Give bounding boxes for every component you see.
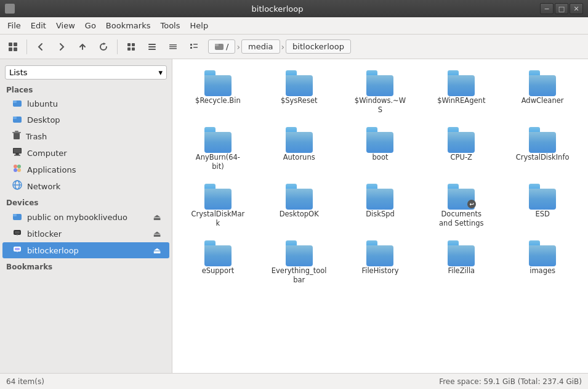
loc-root[interactable]: / <box>208 39 235 54</box>
sidebar-item-applications-label: Applications <box>27 165 76 174</box>
maximize-button[interactable]: □ <box>555 3 568 14</box>
file-label: CrystalDiskInfo <box>516 153 570 162</box>
applications-icon <box>12 163 22 176</box>
menu-item-view[interactable]: View <box>51 19 80 32</box>
view-list-button[interactable] <box>164 38 182 56</box>
svg-rect-10 <box>148 46 156 47</box>
file-item[interactable]: FileHistory <box>341 235 420 290</box>
forward-button[interactable] <box>52 38 71 56</box>
sidebar-dropdown[interactable]: Lists ▾ <box>5 65 167 80</box>
svg-rect-1 <box>9 43 12 46</box>
svg-rect-15 <box>190 44 192 46</box>
file-item[interactable]: FileZilla <box>422 235 501 290</box>
sidebar-item-computer[interactable]: Computer <box>2 145 169 161</box>
file-label: CPU-Z <box>451 153 472 162</box>
eject-mybookliveduo-button[interactable]: ⏏ <box>151 211 163 223</box>
sidebar-device-bitlockerloop[interactable]: bitlockerloop ⏏ <box>2 242 169 258</box>
menu-item-tools[interactable]: Tools <box>155 19 185 32</box>
up-button[interactable] <box>73 38 92 56</box>
file-label: DiskSpd <box>366 210 395 219</box>
file-item[interactable]: ESD <box>503 179 582 233</box>
sidebar-item-network-label: Network <box>27 182 60 191</box>
menu-item-bookmarks[interactable]: Bookmarks <box>101 19 156 32</box>
svg-rect-40 <box>13 214 17 216</box>
dropdown-chevron-icon: ▾ <box>158 68 163 77</box>
svg-rect-26 <box>12 132 21 133</box>
file-item[interactable]: CrystalDiskMark <box>179 179 257 233</box>
main-area: Lists ▾ Places lubuntu Desktop Trash <box>0 59 588 373</box>
file-label: Documents and Settings <box>433 210 489 228</box>
file-item[interactable]: boot <box>341 122 420 176</box>
file-item[interactable]: $Recycle.Bin <box>179 65 257 120</box>
desktop-icon <box>12 114 22 126</box>
file-label: Autoruns <box>283 153 315 162</box>
file-item[interactable]: DiskSpd <box>341 179 420 233</box>
menu-item-go[interactable]: Go <box>80 19 101 32</box>
svg-point-35 <box>17 168 21 172</box>
svg-rect-4 <box>14 47 17 51</box>
menu-item-help[interactable]: Help <box>185 19 214 32</box>
svg-point-46 <box>17 251 18 252</box>
close-button[interactable]: ✕ <box>570 3 583 14</box>
view-icon-button[interactable] <box>122 38 140 56</box>
svg-rect-8 <box>132 47 135 51</box>
file-item[interactable]: ↩ Documents and Settings <box>422 179 501 233</box>
svg-point-33 <box>17 165 21 168</box>
file-item[interactable]: DesktopOK <box>260 179 339 233</box>
menu-item-file[interactable]: File <box>2 19 26 32</box>
sidebar-device-bitlocker-label: bitlocker <box>27 229 62 239</box>
file-label: Everything_toolbar <box>272 266 327 285</box>
file-label: AnyBurn(64-bit) <box>190 153 246 171</box>
file-item[interactable]: Autoruns <box>260 122 339 176</box>
file-item[interactable]: $WinREAgent <box>422 65 501 120</box>
sidebar-item-desktop-label: Desktop <box>27 115 60 125</box>
sidebar-top: Lists ▾ <box>0 63 172 82</box>
eject-bitlockerloop-button[interactable]: ⏏ <box>151 244 163 256</box>
eject-bitlocker-button[interactable]: ⏏ <box>151 227 163 240</box>
minimize-button[interactable]: − <box>540 3 554 14</box>
sidebar-item-applications[interactable]: Applications <box>2 162 169 178</box>
computer-icon <box>12 147 22 159</box>
file-label: ESD <box>535 210 549 219</box>
sidebar-item-lubuntu[interactable]: lubuntu <box>2 96 169 112</box>
sidebar-item-desktop[interactable]: Desktop <box>2 112 169 128</box>
file-label: FileHistory <box>361 266 398 276</box>
loc-media-label: media <box>248 42 273 51</box>
sidebar-item-network[interactable]: Network <box>2 178 169 194</box>
view-detail-button[interactable] <box>185 38 203 56</box>
file-item[interactable]: CPU-Z <box>422 122 501 176</box>
svg-rect-16 <box>193 44 198 45</box>
bitlockerloop-drive-icon <box>12 244 22 256</box>
window-controls: − □ ✕ <box>540 3 583 14</box>
loc-bitlockerloop[interactable]: bitlockerloop <box>286 39 351 54</box>
new-tab-button[interactable] <box>4 38 22 56</box>
menu-item-edit[interactable]: Edit <box>26 19 51 32</box>
file-item[interactable]: Everything_toolbar <box>260 235 339 290</box>
file-item[interactable]: AnyBurn(64-bit) <box>179 122 257 176</box>
file-item[interactable]: $SysReset <box>260 65 339 120</box>
file-item[interactable]: CrystalDiskInfo <box>503 122 582 176</box>
file-label: FileZilla <box>448 266 475 276</box>
svg-rect-31 <box>14 155 20 156</box>
svg-rect-6 <box>132 43 135 46</box>
file-item[interactable]: eSupport <box>179 235 257 290</box>
back-button[interactable] <box>31 38 50 56</box>
app-icon <box>5 4 15 14</box>
file-item[interactable]: $Windows.~WS <box>341 65 420 120</box>
sidebar-device-mybookliveduo[interactable]: public on mybookliveduo ⏏ <box>2 209 169 225</box>
file-item[interactable]: AdwCleaner <box>503 65 582 120</box>
file-grid: $Recycle.Bin $SysReset $Windows. <box>179 65 582 290</box>
svg-rect-17 <box>190 47 192 49</box>
view-compact-button[interactable] <box>143 38 161 56</box>
file-area: $Recycle.Bin $SysReset $Windows. <box>172 59 588 373</box>
sidebar-dropdown-label: Lists <box>9 68 28 77</box>
file-item[interactable]: images <box>503 235 582 290</box>
reload-button[interactable] <box>94 38 113 56</box>
svg-rect-24 <box>13 117 17 119</box>
loc-media[interactable]: media <box>241 39 280 54</box>
svg-rect-11 <box>148 49 156 50</box>
svg-rect-22 <box>13 100 17 103</box>
sidebar-item-trash[interactable]: Trash <box>2 128 169 144</box>
toolbar-separator-2 <box>117 39 118 54</box>
sidebar-device-bitlocker[interactable]: bitlocker ⏏ <box>2 226 169 242</box>
